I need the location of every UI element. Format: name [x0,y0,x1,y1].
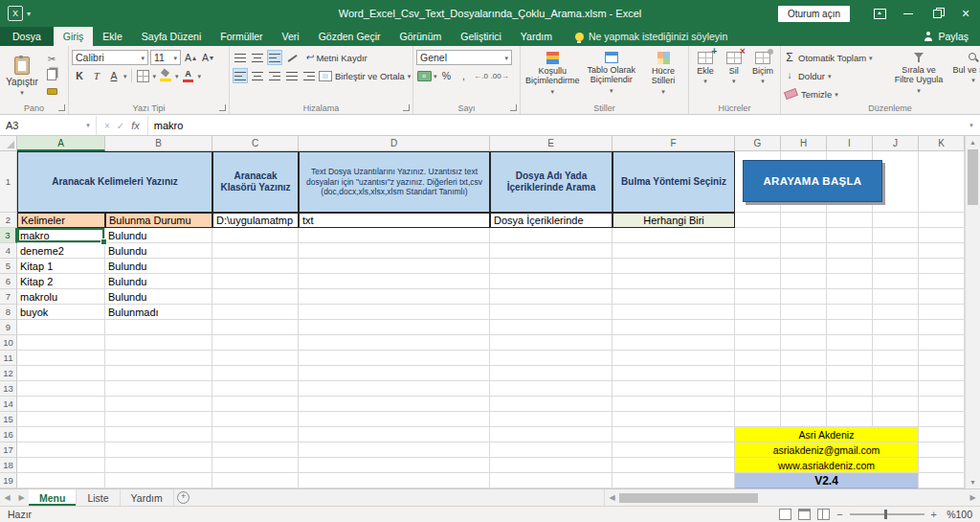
cell-c4[interactable] [212,243,299,259]
cell-e17[interactable] [490,443,612,458]
minimize-button[interactable] [894,0,923,27]
font-name-select[interactable]: Calibri ▾ [72,50,148,65]
cell-e12[interactable] [490,366,612,381]
cell-h8[interactable] [781,305,827,320]
cell-f5[interactable] [612,259,735,274]
number-format-select[interactable]: Genel ▾ [416,50,512,65]
conditional-formatting-button[interactable]: Koşullu Biçimlendirme ▾ [523,50,582,102]
sheet-tab-liste[interactable]: Liste [77,489,120,506]
cell-b5[interactable]: Bulundu [105,259,212,274]
cell-e6[interactable] [490,274,612,289]
row-header-14[interactable]: 14 [0,397,17,412]
cell-i5[interactable] [827,259,873,274]
cell-f16[interactable] [612,427,735,443]
qat-customize-chevron-icon[interactable]: ▾ [27,10,31,18]
cell-a6[interactable]: Kitap 2 [17,274,105,289]
cell-d11[interactable] [299,351,490,366]
cell-f11[interactable] [612,351,735,366]
cell-b2[interactable]: Bulunma Durumu [105,213,212,228]
sheet-nav-right-icon[interactable]: ▶ [14,489,29,506]
cell-a7[interactable]: makrolu [17,289,105,305]
cell-h13[interactable] [781,381,827,397]
cell-c1[interactable]: Aranacak Klasörü Yazınız [212,151,299,213]
cell-b11[interactable] [105,351,212,366]
cell-k4[interactable] [919,243,965,259]
align-right-button[interactable] [267,68,282,83]
cell-a11[interactable] [17,351,105,366]
row-header-5[interactable]: 5 [0,259,17,274]
tab-yardim[interactable]: Yardım [511,27,562,46]
row-header-19[interactable]: 19 [0,473,17,488]
cell-e16[interactable] [490,427,612,443]
align-middle-button[interactable] [250,50,265,65]
cell-a19[interactable] [17,473,105,488]
cell-i11[interactable] [827,351,873,366]
align-bottom-button[interactable] [267,50,282,65]
cell-d14[interactable] [299,397,490,412]
cell-c11[interactable] [212,351,299,366]
cell-j10[interactable] [873,335,919,351]
cell-i3[interactable] [827,228,873,243]
cell-a5[interactable]: Kitap 1 [17,259,105,274]
scroll-left-arrow-icon[interactable]: ◀ [605,493,619,502]
cell-d15[interactable] [299,412,490,427]
horizontal-scrollbar-thumb[interactable] [619,493,758,503]
cell-g3[interactable] [735,228,781,243]
cell-i4[interactable] [827,243,873,259]
tell-me-box[interactable]: Ne yapmak istediğinizi söyleyin [575,27,727,46]
sheet-tab-yardim[interactable]: Yardım [121,489,174,506]
cell-b15[interactable] [105,412,212,427]
page-break-view-button[interactable] [817,509,830,520]
cell-k13[interactable] [919,381,965,397]
row-header-10[interactable]: 10 [0,335,17,351]
cell-c8[interactable] [212,305,299,320]
cell-i15[interactable] [827,412,873,427]
cell-b19[interactable] [105,473,212,488]
cell-c10[interactable] [212,335,299,351]
row-header-8[interactable]: 8 [0,305,17,320]
row-header-17[interactable]: 17 [0,443,17,458]
cell-b12[interactable] [105,366,212,381]
cell-k12[interactable] [919,366,965,381]
cell-j5[interactable] [873,259,919,274]
tab-gelistirici[interactable]: Geliştirici [451,27,511,46]
cell-h6[interactable] [781,274,827,289]
row-header-2[interactable]: 2 [0,213,17,228]
cell-k5[interactable] [919,259,965,274]
percent-style-button[interactable]: % [439,68,455,83]
decrease-font-size-button[interactable]: A▾ [200,50,215,65]
increase-font-size-button[interactable]: A▴ [183,50,198,65]
cell-g15[interactable] [735,412,781,427]
cell-b6[interactable]: Bulundu [105,274,212,289]
cell-f8[interactable] [612,305,735,320]
zoom-in-button[interactable]: + [931,509,937,520]
cell-d10[interactable] [299,335,490,351]
cell-h10[interactable] [781,335,827,351]
comma-style-button[interactable]: , [457,68,472,83]
cell-h12[interactable] [781,366,827,381]
tab-dosya[interactable]: Dosya [0,27,54,46]
cell-e14[interactable] [490,397,612,412]
cell-c6[interactable] [212,274,299,289]
row-header-11[interactable]: 11 [0,351,17,366]
column-header-h[interactable]: H [781,136,827,151]
cell-j12[interactable] [873,366,919,381]
sort-filter-button[interactable]: Sırala ve Filtre Uygula ▾ [890,50,947,102]
cell-f6[interactable] [612,274,735,289]
fill-color-button[interactable] [158,68,173,83]
cell-i14[interactable] [827,397,873,412]
autosum-button[interactable]: Σ Otomatik Toplam ▾ [784,50,887,65]
cell-d2[interactable]: txt [299,213,490,228]
cell-f15[interactable] [612,412,735,427]
cell-c17[interactable] [212,443,299,458]
cell-h14[interactable] [781,397,827,412]
orientation-button[interactable] [284,50,300,65]
cell-a8[interactable]: buyok [17,305,105,320]
cell-b18[interactable] [105,458,212,473]
sign-in-button[interactable]: Oturum açın [778,6,850,22]
cell-j4[interactable] [873,243,919,259]
cell-e10[interactable] [490,335,612,351]
cell-e1[interactable]: Dosya Adı Yada İçeriklerinde Arama [490,151,612,213]
cell-a17[interactable] [17,443,105,458]
tab-ekle[interactable]: Ekle [93,27,131,46]
